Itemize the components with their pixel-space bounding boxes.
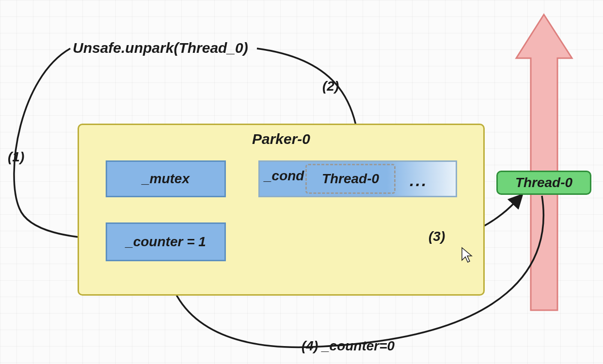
diagram-canvas: Parker-0 _mutex _cond Thread-0 ... _coun… bbox=[0, 0, 603, 364]
parker-title: Parker-0 bbox=[78, 131, 485, 147]
cond-thread-slot: Thread-0 bbox=[305, 164, 396, 194]
step-3-label: (3) bbox=[428, 229, 445, 244]
counter-label: _counter = 1 bbox=[126, 234, 206, 250]
mutex-label: _mutex bbox=[142, 171, 190, 187]
cond-label: _cond bbox=[264, 168, 304, 184]
unpark-call-label: Unsafe.unpark(Thread_0) bbox=[73, 40, 248, 56]
mutex-box: _mutex bbox=[106, 160, 226, 197]
cond-thread-label: Thread-0 bbox=[322, 171, 379, 187]
counter-box: _counter = 1 bbox=[106, 222, 226, 261]
cond-ellipsis: ... bbox=[410, 171, 428, 190]
step-4-label: (4) _counter=0 bbox=[302, 338, 395, 354]
running-arrow bbox=[516, 15, 572, 310]
external-thread: Thread-0 bbox=[496, 171, 591, 195]
step-2-label: (2) bbox=[322, 79, 339, 94]
step-1-label: (1) bbox=[8, 149, 24, 165]
external-thread-label: Thread-0 bbox=[515, 175, 572, 190]
parker-box bbox=[78, 124, 485, 296]
